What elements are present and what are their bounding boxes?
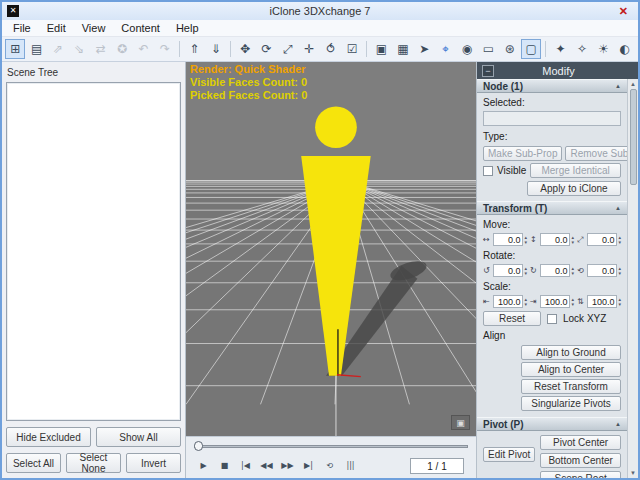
scene-root-button[interactable]: Scene Root xyxy=(540,471,621,478)
menu-help[interactable]: Help xyxy=(168,21,207,35)
show-all-button[interactable]: Show All xyxy=(96,427,181,447)
spinner-arrows-icon[interactable]: ▴▾ xyxy=(618,266,621,276)
wireframe-mode-button[interactable]: ▦ xyxy=(393,39,413,59)
import-button[interactable]: ⇑ xyxy=(184,39,204,59)
marquee-select-button[interactable]: ▢ xyxy=(521,39,541,59)
timeline-slider[interactable] xyxy=(194,439,468,453)
scroll-up-icon[interactable]: ▲ xyxy=(630,79,636,89)
timeline-track[interactable] xyxy=(194,445,468,448)
reset-button[interactable]: Reset xyxy=(483,311,541,326)
light-2-button[interactable]: ✧ xyxy=(572,39,592,59)
screen-mode-button[interactable]: ▭ xyxy=(478,39,498,59)
timeline-thumb[interactable] xyxy=(194,441,203,451)
shading-mode-button[interactable]: ▣ xyxy=(371,39,391,59)
play-button[interactable]: ▶ xyxy=(194,457,213,475)
bottom-center-button[interactable]: Bottom Center xyxy=(540,453,621,468)
viewport-mode-button[interactable]: ▣ xyxy=(451,415,470,430)
scroll-down-icon[interactable]: ▼ xyxy=(630,468,636,478)
scale-x-spinner[interactable]: ⇤ 100.0 ▴▾ xyxy=(483,295,527,308)
scale-tool-button[interactable]: ⤢ xyxy=(278,39,298,59)
scale-z-spinner[interactable]: ⇅ 100.0 ▴▾ xyxy=(577,295,621,308)
spinner-arrows-icon[interactable]: ▴▾ xyxy=(571,235,574,245)
scale-z-value[interactable]: 100.0 xyxy=(587,295,617,308)
close-button[interactable]: ✕ xyxy=(609,5,638,18)
stop-button[interactable]: ■ xyxy=(215,457,234,475)
redo-button[interactable]: ↷ xyxy=(155,39,175,59)
rotate-z-spinner[interactable]: ⟲ 0.0 ▴▾ xyxy=(577,264,621,277)
spinner-arrows-icon[interactable]: ▴▾ xyxy=(524,297,527,307)
undo-button[interactable]: ↶ xyxy=(133,39,153,59)
align-to-center-button[interactable]: Align to Center xyxy=(521,362,621,377)
selected-value-field[interactable] xyxy=(483,111,621,126)
section-node-header[interactable]: Node (1) ▲ xyxy=(477,79,627,93)
invert-button[interactable]: Invert xyxy=(126,453,181,473)
first-frame-button[interactable]: |◀ xyxy=(236,457,255,475)
scene-tree-view[interactable] xyxy=(6,82,181,421)
menu-view[interactable]: View xyxy=(74,21,114,35)
scale-y-value[interactable]: 100.0 xyxy=(540,295,570,308)
prev-frame-button[interactable]: ◀◀ xyxy=(257,457,276,475)
rotate-z-value[interactable]: 0.0 xyxy=(587,264,617,277)
apply-to-iclone-button[interactable]: ✪ xyxy=(112,39,132,59)
rotate-x-value[interactable]: 0.0 xyxy=(493,264,523,277)
scale-x-value[interactable]: 100.0 xyxy=(493,295,523,308)
lock-xyz-checkbox[interactable] xyxy=(547,314,557,324)
menu-file[interactable]: File xyxy=(5,21,39,35)
spinner-arrows-icon[interactable]: ▴▾ xyxy=(524,235,527,245)
speed-button[interactable]: ||| xyxy=(341,457,360,475)
collapse-panel-button[interactable]: − xyxy=(482,65,494,77)
edit-pivot-button[interactable]: Edit Pivot xyxy=(483,447,535,462)
export-button[interactable]: ⇓ xyxy=(206,39,226,59)
reset-rotation-button[interactable]: ⥀ xyxy=(320,39,340,59)
align-to-ground-button[interactable]: Align to Ground xyxy=(521,345,621,360)
hide-excluded-button[interactable]: Hide Excluded xyxy=(6,427,91,447)
open-file-button[interactable]: ▤ xyxy=(26,39,46,59)
auto-align-checkbox-button[interactable]: ☑ xyxy=(342,39,362,59)
scrollbar-thumb[interactable] xyxy=(630,89,637,185)
reset-transform-button[interactable]: Reset Transform xyxy=(521,379,621,394)
pick-tool-button[interactable]: ➤ xyxy=(414,39,434,59)
make-subprop-button[interactable]: Make Sub-Prop xyxy=(483,146,562,161)
apply-to-iclone-panel-button[interactable]: Apply to iClone xyxy=(527,181,621,196)
modify-scrollbar[interactable]: ▲ ▼ xyxy=(627,79,638,478)
select-all-button[interactable]: Select All xyxy=(6,453,61,473)
mouse-control-button[interactable]: ⌖ xyxy=(435,39,455,59)
scale-y-spinner[interactable]: ⇥ 100.0 ▴▾ xyxy=(530,295,574,308)
rotate-y-spinner[interactable]: ↻ 0.0 ▴▾ xyxy=(530,264,574,277)
spinner-arrows-icon[interactable]: ▴▾ xyxy=(618,235,621,245)
visible-checkbox[interactable] xyxy=(483,166,493,176)
section-pivot-header[interactable]: Pivot (P) ▲ xyxy=(477,417,627,431)
spinner-arrows-icon[interactable]: ▴▾ xyxy=(571,266,574,276)
export-fbx-button[interactable]: ⇘ xyxy=(69,39,89,59)
move-y-value[interactable]: 0.0 xyxy=(540,233,570,246)
camera-button[interactable]: ◉ xyxy=(457,39,477,59)
export-bvh-button[interactable]: ⇄ xyxy=(91,39,111,59)
spinner-arrows-icon[interactable]: ▴▾ xyxy=(571,297,574,307)
scene-tree-toggle-button[interactable]: ⊞ xyxy=(5,39,25,59)
viewport[interactable]: Render: Quick Shader Visible Faces Count… xyxy=(186,62,476,436)
loop-button[interactable]: ⟲ xyxy=(320,457,339,475)
light-1-button[interactable]: ✦ xyxy=(550,39,570,59)
menu-edit[interactable]: Edit xyxy=(39,21,74,35)
section-transform-header[interactable]: Transform (T) ▲ xyxy=(477,201,627,215)
spinner-arrows-icon[interactable]: ▴▾ xyxy=(618,297,621,307)
sun-light-button[interactable]: ☀ xyxy=(593,39,613,59)
rotate-y-value[interactable]: 0.0 xyxy=(540,264,570,277)
move-x-value[interactable]: 0.0 xyxy=(493,233,523,246)
move-x-spinner[interactable]: ↔ 0.0 ▴▾ xyxy=(483,233,527,246)
shadow-toggle-button[interactable]: ◐ xyxy=(615,39,635,59)
move-y-spinner[interactable]: ↕ 0.0 ▴▾ xyxy=(530,233,574,246)
move-tool-button[interactable]: ✥ xyxy=(235,39,255,59)
rotate-tool-button[interactable]: ⟳ xyxy=(256,39,276,59)
title-bar[interactable]: ✕ iClone 3DXchange 7 ✕ xyxy=(2,2,638,20)
remove-subprop-button[interactable]: Remove Sub-Prop xyxy=(565,146,627,161)
export-obj-button[interactable]: ⇗ xyxy=(48,39,68,59)
last-frame-button[interactable]: ▶| xyxy=(299,457,318,475)
next-frame-button[interactable]: ▶▶ xyxy=(278,457,297,475)
menu-content[interactable]: Content xyxy=(113,21,168,35)
move-z-spinner[interactable]: ⤢ 0.0 ▴▾ xyxy=(577,233,621,246)
move-z-value[interactable]: 0.0 xyxy=(587,233,617,246)
spinner-arrows-icon[interactable]: ▴▾ xyxy=(524,266,527,276)
merge-identical-button[interactable]: Merge Identical xyxy=(530,163,621,178)
globe-button[interactable]: ⊛ xyxy=(500,39,520,59)
